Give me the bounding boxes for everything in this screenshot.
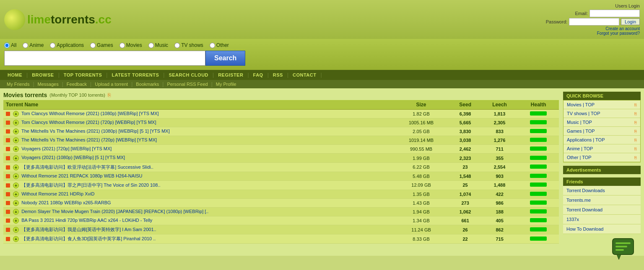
radio-games[interactable]: Games: [90, 42, 113, 48]
movies-rss-icon[interactable]: ⎘: [634, 103, 637, 107]
add-torrent-icon[interactable]: +: [13, 236, 19, 242]
friends-torrent-downloads[interactable]: Torrent Downloads: [563, 186, 641, 195]
subnav-feedback[interactable]: Feedback: [64, 82, 89, 87]
search-button[interactable]: Search: [205, 51, 245, 66]
subnav-bookmarks[interactable]: Bookmarks: [133, 82, 161, 87]
add-torrent-icon[interactable]: +: [13, 209, 19, 215]
tvshows-rss-icon[interactable]: ⎘: [634, 111, 637, 116]
friends-torrent-downloads-link[interactable]: Torrent Downloads: [566, 188, 605, 193]
friends-torrents-me-link[interactable]: Torrents.me: [566, 198, 591, 203]
torrent-link[interactable]: BA Pass 3 2021 Hindi 720p WEBRip AAC x26…: [21, 218, 152, 223]
search-input[interactable]: [4, 51, 205, 66]
add-torrent-icon[interactable]: +: [13, 183, 19, 188]
subnav-upload[interactable]: Upload a torrent: [92, 82, 130, 87]
torrent-link[interactable]: 【更多高清电影访问】食人鱼3D[国英语中英字幕] Piranhal 2010 .…: [21, 236, 156, 241]
email-input[interactable]: [589, 10, 640, 17]
add-torrent-icon[interactable]: +: [13, 137, 19, 143]
games-rss-icon[interactable]: ⎘: [634, 129, 637, 134]
nav-register[interactable]: REGISTER: [215, 72, 247, 77]
nav-latest-torrents[interactable]: LATEST TORRENTS: [108, 72, 162, 77]
sidebar-movies-link[interactable]: Movies | TOP: [567, 102, 595, 107]
torrent-leech: 986: [481, 198, 518, 207]
nav-home[interactable]: HOME: [4, 72, 26, 77]
torrent-link[interactable]: The Mitchells Vs The Machines (2021) (72…: [21, 137, 157, 142]
torrent-link[interactable]: 【更多高清电影访问】欧亚浮动[法语中英字幕] Successive Slidi.…: [21, 165, 153, 170]
music-rss-icon[interactable]: ⎘: [634, 120, 637, 125]
torrent-link[interactable]: Tom Clancys Without Remorse (2021) (720p…: [21, 120, 156, 125]
sidebar-item-movies[interactable]: Movies | TOP ⎘: [564, 100, 640, 109]
sidebar-item-anime[interactable]: Anime | TOP ⎘: [564, 144, 640, 153]
radio-movies[interactable]: Movies: [119, 42, 142, 48]
add-torrent-icon[interactable]: +: [13, 200, 19, 206]
radio-other[interactable]: Other: [210, 42, 229, 48]
sidebar-item-other[interactable]: Other | TOP ⎘: [564, 153, 640, 162]
chat-icon[interactable]: [610, 237, 636, 256]
sidebar-other-link[interactable]: Other | TOP: [567, 155, 592, 160]
friends-torrent-download[interactable]: Torrent Download: [563, 205, 641, 215]
create-account-link[interactable]: Create an account: [605, 26, 640, 31]
add-torrent-icon[interactable]: +: [13, 191, 19, 197]
anime-rss-icon[interactable]: ⎘: [634, 147, 637, 151]
subnav-rss-feed[interactable]: Personal RSS Feed: [164, 82, 210, 87]
sidebar-applications-link[interactable]: Applications | TOP: [567, 137, 605, 142]
friends-torrents-me[interactable]: Torrents.me: [563, 195, 641, 205]
torrent-link[interactable]: Tom Clancys Without Remorse (2021) (1080…: [21, 111, 159, 116]
table-row: + Tom Clancys Without Remorse (2021) (10…: [3, 110, 559, 118]
add-torrent-icon[interactable]: +: [13, 155, 19, 161]
password-input[interactable]: [569, 18, 619, 26]
subnav-messages[interactable]: Messages: [35, 82, 61, 87]
add-torrent-icon[interactable]: +: [13, 173, 19, 179]
nav-contact[interactable]: CONTACT: [289, 72, 319, 77]
torrent-link[interactable]: Without Remorse 2021 HDRip XviD: [21, 191, 94, 196]
torrent-link[interactable]: Nobody 2021 1080p WEBRip x265-RARBG: [21, 200, 111, 205]
friends-1337x[interactable]: 1337x: [563, 215, 641, 224]
nav-rss[interactable]: RSS: [270, 72, 286, 77]
torrent-link[interactable]: Without Remorse 2021 REPACK 1080p WEB H2…: [21, 173, 142, 178]
sidebar-anime-link[interactable]: Anime | TOP: [567, 146, 593, 151]
torrent-link[interactable]: 【更多高清电影访问】我是山姆[英语中英特效字] I Am Sam 2001..: [21, 227, 156, 232]
nav-search-cloud[interactable]: SEARCH CLOUD: [165, 72, 212, 77]
torrent-health: [518, 208, 559, 216]
applications-rss-icon[interactable]: ⎘: [634, 138, 637, 142]
nav-top-torrents[interactable]: TOP TORRENTS: [60, 72, 106, 77]
sidebar-tvshows-link[interactable]: TV shows | TOP: [567, 111, 600, 116]
add-torrent-icon[interactable]: +: [13, 227, 19, 233]
radio-anime[interactable]: Anime: [23, 42, 44, 48]
torrent-health: [518, 136, 559, 145]
rss-feed-icon[interactable]: ⎘: [108, 92, 111, 98]
friends-torrent-download-link[interactable]: Torrent Download: [566, 207, 602, 212]
login-button[interactable]: Login: [621, 18, 640, 25]
radio-all[interactable]: All: [4, 42, 16, 48]
friends-1337x-link[interactable]: 1337x: [566, 217, 579, 222]
torrent-health: [518, 172, 559, 180]
radio-applications[interactable]: Applications: [50, 42, 84, 48]
add-torrent-icon[interactable]: +: [13, 111, 19, 117]
subnav-my-profile[interactable]: My Profile: [213, 82, 239, 87]
sidebar-item-games[interactable]: Games | TOP ⎘: [564, 127, 640, 136]
sidebar-item-music[interactable]: Music | TOP ⎘: [564, 118, 640, 127]
torrent-leech: 405: [481, 216, 518, 225]
friends-how-to-download[interactable]: How To Download: [563, 224, 641, 234]
nav-browse[interactable]: BROWSE: [29, 72, 57, 77]
sidebar-item-tvshows[interactable]: TV shows | TOP ⎘: [564, 109, 640, 118]
add-torrent-icon[interactable]: +: [13, 146, 19, 152]
torrent-link[interactable]: Voyagers (2021) [720p] [WEBRip] [YTS MX]: [21, 146, 112, 151]
radio-music[interactable]: Music: [148, 42, 168, 48]
forgot-password-link[interactable]: Forgot your password?: [597, 31, 640, 36]
subnav-my-friends[interactable]: My Friends: [4, 82, 32, 87]
sidebar-item-applications[interactable]: Applications | TOP ⎘: [564, 136, 640, 144]
sidebar-music-link[interactable]: Music | TOP: [567, 120, 592, 125]
radio-tvshows[interactable]: TV shows: [174, 42, 203, 48]
friends-how-to-download-link[interactable]: How To Download: [566, 226, 603, 231]
other-rss-icon[interactable]: ⎘: [634, 155, 637, 160]
torrent-link[interactable]: Voyagers (2021) (1080p) [WEBRip] [5 1] […: [21, 155, 125, 160]
sidebar-games-link[interactable]: Games | TOP: [567, 129, 595, 134]
nav-faq[interactable]: FAQ: [250, 72, 267, 77]
torrent-link[interactable]: 【更多高清电影访问】罪之声[日语中字] The Voice of Sin 202…: [21, 183, 160, 188]
add-torrent-icon[interactable]: +: [13, 165, 19, 170]
add-torrent-icon[interactable]: +: [13, 129, 19, 134]
torrent-link[interactable]: The Mitchells Vs The Machines (2021) (10…: [21, 129, 170, 134]
add-torrent-icon[interactable]: +: [13, 120, 19, 126]
torrent-link[interactable]: Demon Slayer The Movie Mugen Train (2020…: [21, 209, 208, 214]
add-torrent-icon[interactable]: +: [13, 218, 19, 224]
